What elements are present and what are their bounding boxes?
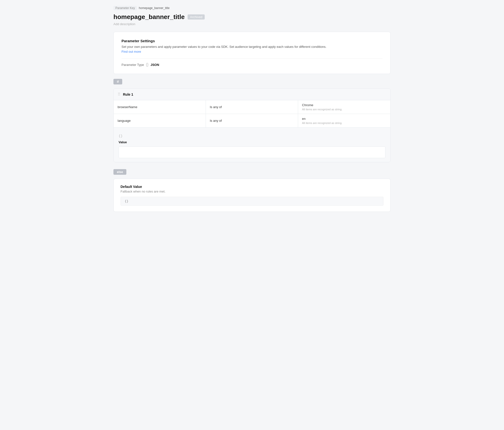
condition-rows-area: browserName Is any of Chrome All items a… bbox=[114, 100, 390, 127]
card-title: Parameter Settings bbox=[121, 39, 383, 43]
if-badge: if bbox=[113, 79, 122, 84]
else-content: Default Value Fallback when no rules are… bbox=[113, 179, 391, 212]
condition-row: browserName Is any of Chrome All items a… bbox=[114, 100, 390, 114]
archived-badge: Archived bbox=[188, 14, 205, 20]
condition-operator-1[interactable]: Is any of bbox=[206, 100, 298, 114]
condition-row: language Is any of en All items are reco… bbox=[114, 114, 390, 127]
rule-block: ⠿ Rule 1 browserName Is any of Chrome Al… bbox=[113, 88, 391, 162]
breadcrumb-key-value: homepage_banner_title bbox=[139, 6, 170, 10]
condition-field-2[interactable]: language bbox=[114, 114, 206, 127]
add-description[interactable]: Add description bbox=[113, 22, 391, 26]
else-badge: else bbox=[113, 169, 126, 175]
if-section: if ⠿ Rule 1 browserName Is any of bbox=[113, 79, 391, 162]
drag-icon[interactable]: ⠿ bbox=[118, 92, 121, 97]
breadcrumb-key-label: Parameter Key bbox=[113, 6, 137, 10]
parameter-settings-card: Parameter Settings Set your own paramete… bbox=[113, 32, 391, 74]
rule-header: ⠿ Rule 1 bbox=[114, 89, 390, 100]
param-type-label: Parameter Type bbox=[121, 63, 144, 67]
condition-field-1[interactable]: browserName bbox=[114, 100, 206, 114]
condition-operator-2[interactable]: Is any of bbox=[206, 114, 298, 127]
condition-value-2[interactable]: en All items are recognized as string. bbox=[298, 114, 390, 127]
card-description: Set your own parameters and apply parame… bbox=[121, 45, 383, 49]
page-title: homepage_banner_title bbox=[113, 13, 185, 21]
value-json-brace: {} bbox=[119, 132, 385, 140]
default-json-box[interactable]: {} bbox=[121, 197, 383, 206]
default-value-desc: Fallback when no rules are met. bbox=[121, 190, 383, 193]
page-header: homepage_banner_title Archived bbox=[113, 13, 391, 21]
condition-value-1[interactable]: Chrome All items are recognized as strin… bbox=[298, 100, 390, 114]
else-section: else Default Value Fallback when no rule… bbox=[113, 169, 391, 212]
rule-title: Rule 1 bbox=[123, 92, 133, 96]
param-type-row: Parameter Type {} JSON bbox=[121, 58, 383, 67]
breadcrumb: Parameter Key homepage_banner_title bbox=[113, 6, 391, 10]
find-out-more-link[interactable]: Find out more bbox=[121, 50, 141, 53]
value-label: Value bbox=[119, 140, 385, 144]
json-icon: {} bbox=[146, 62, 149, 67]
value-json-editor[interactable] bbox=[119, 146, 385, 158]
value-area: {} Value bbox=[114, 127, 390, 162]
default-value-title: Default Value bbox=[121, 185, 383, 189]
param-type-value: JSON bbox=[151, 63, 159, 67]
